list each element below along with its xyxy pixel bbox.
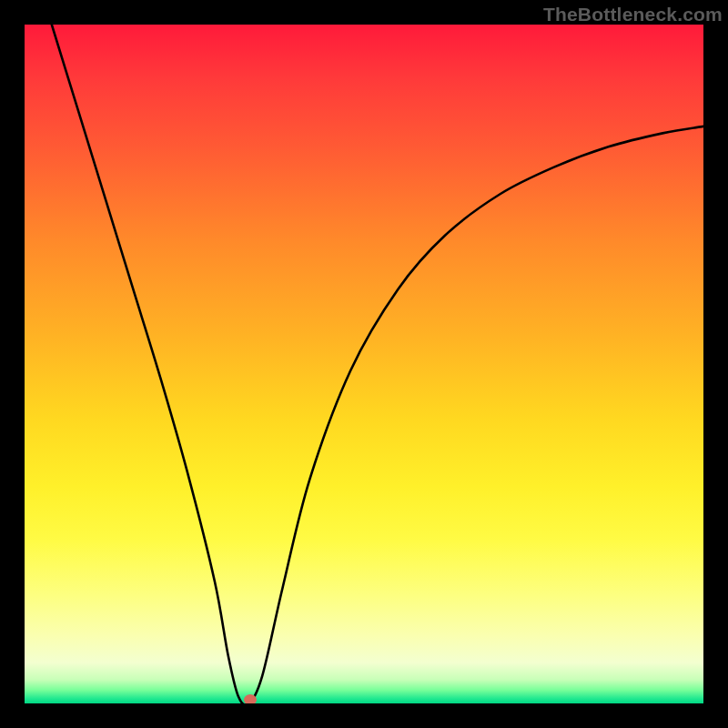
chart-frame: TheBottleneck.com xyxy=(0,0,728,728)
plot-area xyxy=(25,25,703,703)
marker-dot xyxy=(244,694,257,703)
bottleneck-curve xyxy=(52,25,703,703)
watermark-text: TheBottleneck.com xyxy=(543,4,723,25)
curve-svg xyxy=(25,25,703,703)
